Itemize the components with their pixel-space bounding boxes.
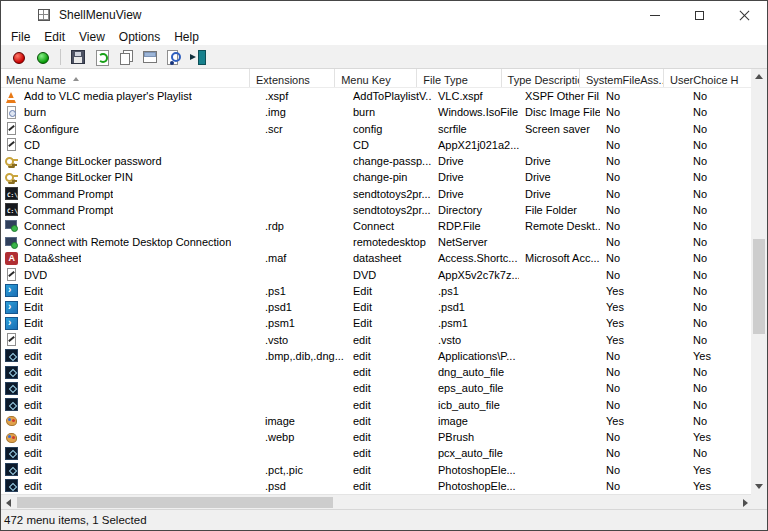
table-row[interactable]: edit.pct,.piceditPhotoshopEle...NoYes [1,461,753,477]
minimize-button[interactable] [632,1,677,29]
psdark-icon [5,463,18,476]
psdark-icon [5,479,18,492]
scrollbar-corner [751,494,767,509]
table-row[interactable]: Command Promptsendtotoys2pr...DirectoryF… [1,202,753,218]
menu-name-text: Edit [24,285,43,297]
vlc-icon [5,90,18,103]
column-header-extensions[interactable]: Extensions [250,69,335,88]
table-row[interactable]: edit.psdeditPhotoshopEle...NoYes [1,478,753,494]
window-title: ShellMenuView [59,8,142,22]
menu-name-text: C&onfigure [24,123,79,135]
menu-name-text: edit [24,350,42,362]
horizontal-scrollbar-thumb[interactable] [17,497,333,508]
column-header-userchoice-h[interactable]: UserChoice H [664,69,753,88]
column-header-file-type[interactable]: File Type [417,69,501,88]
table-row[interactable]: editeditdng_auto_fileNoNo [1,364,753,380]
menu-name-text: Command Prompt [24,204,113,216]
menu-name-text: Change BitLocker PIN [24,171,133,183]
psdark-icon [5,366,18,379]
properties-button[interactable] [142,49,158,65]
table-row[interactable]: Data&sheet.mafdatasheetAccess.Shortc...M… [1,250,753,266]
cmd-icon [5,203,18,216]
keys-icon [5,155,18,168]
script-icon [5,138,18,151]
column-header-menu-name[interactable]: Menu Name [1,69,250,88]
menu-options[interactable]: Options [112,30,167,44]
toolbar [1,45,767,69]
menu-help[interactable]: Help [167,30,206,44]
table-row[interactable]: Change BitLocker PINchange-pinDriveDrive… [1,169,753,185]
horizontal-scrollbar[interactable] [1,494,753,509]
menu-name-text: Data&sheet [24,252,81,264]
save-button[interactable] [70,49,86,65]
shellmenuview-window: ShellMenuView FileEditViewOptionsHelp Me… [0,0,768,531]
menu-name-text: Change BitLocker password [24,155,162,167]
column-header-menu-key[interactable]: Menu Key [335,69,417,88]
scroll-up-button[interactable] [751,69,767,84]
menu-file[interactable]: File [4,30,37,44]
menu-name-text: edit [24,382,42,394]
table-row[interactable]: burn.imgburnWindows.IsoFileDisc Image Fi… [1,104,753,120]
table-row[interactable]: Connect with Remote Desktop Connectionre… [1,234,753,250]
table-row[interactable]: edit.vstoedit.vstoYesNo [1,332,753,348]
table-row[interactable]: Command Promptsendtotoys2pr...DriveDrive… [1,185,753,201]
psdark-icon [5,382,18,395]
menu-edit[interactable]: Edit [37,30,72,44]
chevron-left-icon [6,499,11,507]
menu-name-text: CD [24,139,40,151]
table-row[interactable]: Add to VLC media player's Playlist.xspfA… [1,88,753,104]
table-row[interactable]: CDCDAppX21j021a2...NoNo [1,137,753,153]
app-icon [38,9,50,21]
table-row[interactable]: editeditpcx_auto_fileNoNo [1,445,753,461]
menu-name-text: Add to VLC media player's Playlist [24,90,192,102]
table-row[interactable]: editimageeditimageYesNo [1,413,753,429]
ps1-icon [5,317,18,330]
table-body: Add to VLC media player's Playlist.xspfA… [1,88,753,494]
script-icon [5,122,18,135]
paint-icon [5,431,18,444]
table-row[interactable]: Edit.psd1Edit.psd1YesNo [1,299,753,315]
enable-green-dot-button[interactable] [35,49,51,65]
table-row[interactable]: Edit.ps1Edit.ps1YesNo [1,283,753,299]
disable-red-dot-button[interactable] [11,49,27,65]
copy-button[interactable] [118,49,134,65]
chevron-up-icon [755,74,763,79]
keys-icon [5,171,18,184]
table-row[interactable]: Change BitLocker passwordchange-passp...… [1,153,753,169]
table-row[interactable]: editediticb_auto_fileNoNo [1,396,753,412]
scroll-left-button[interactable] [1,495,16,510]
menu-name-text: edit [24,431,42,443]
maximize-button[interactable] [677,1,722,29]
table-row[interactable]: DVDDVDAppX5v2c7k7z...NoNo [1,267,753,283]
chevron-right-icon [743,499,748,507]
status-text: 472 menu items, 1 Selected [4,514,147,526]
vertical-scrollbar[interactable] [751,69,767,494]
find-button[interactable] [166,49,182,65]
table-row[interactable]: edit.bmp,.dib,.dng...editApplications\P.… [1,348,753,364]
table-row[interactable]: C&onfigure.scrconfigscrfileScreen saverN… [1,120,753,136]
column-header-type-description[interactable]: Type Description [502,69,580,88]
disc-icon [5,106,18,119]
table-header: Menu NameExtensionsMenu KeyFile TypeType… [1,69,753,88]
table-row[interactable]: editediteps_auto_fileNoNo [1,380,753,396]
toolbar-separator [60,49,61,65]
menu-name-text: edit [24,399,42,411]
table-row[interactable]: Edit.psm1Edit.psm1YesNo [1,315,753,331]
close-button[interactable] [722,1,767,29]
table-row[interactable]: edit.webpeditPBrushNoYes [1,429,753,445]
vertical-scrollbar-thumb[interactable] [753,239,765,334]
paint-icon [5,414,18,427]
column-header-systemfileass[interactable]: SystemFileAss... [580,69,664,88]
psdark-icon [5,447,18,460]
refresh-button[interactable] [94,49,110,65]
menu-name-text: edit [24,366,42,378]
menu-name-text: Connect with Remote Desktop Connection [24,236,231,248]
rdp-icon [5,219,18,232]
table-row[interactable]: Connect.rdpConnectRDP.FileRemote Deskt..… [1,218,753,234]
cmd-icon [5,187,18,200]
scroll-down-button[interactable] [751,479,767,494]
menu-items-list: Menu NameExtensionsMenu KeyFile TypeType… [1,69,767,509]
exit-button[interactable] [190,49,206,65]
menu-view[interactable]: View [72,30,112,44]
menu-name-text: Connect [24,220,65,232]
